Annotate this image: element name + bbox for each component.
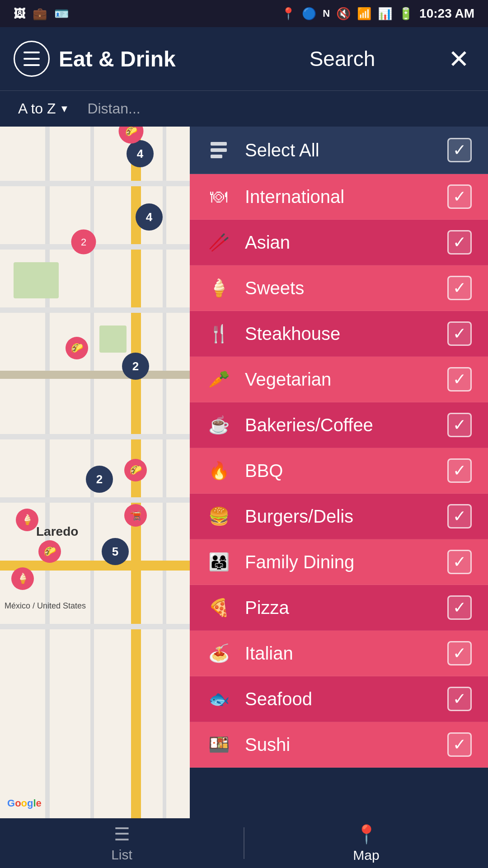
- cluster-pin[interactable]: 4: [136, 203, 163, 231]
- battery-icon: 🔋: [399, 7, 413, 21]
- search-label: Search: [251, 47, 434, 71]
- category-label-sweets: Sweets: [245, 278, 434, 298]
- map-area[interactable]: 4 4 2 2 5 🌮 2 🌮 🌮 🍦 🍦 🌮 🫕 Laredo México …: [0, 127, 190, 818]
- status-time: 10:23 AM: [419, 6, 474, 21]
- category-checkbox-sweets[interactable]: ✓: [447, 276, 472, 300]
- category-row-vegetarian[interactable]: 🥕 Vegetarian ✓: [190, 357, 488, 402]
- image-icon: 🖼: [14, 7, 25, 21]
- svg-rect-0: [211, 142, 227, 146]
- category-row-italian[interactable]: 🍝 Italian ✓: [190, 631, 488, 676]
- road: [45, 127, 50, 818]
- category-row-sushi[interactable]: 🍱 Sushi ✓: [190, 722, 488, 768]
- select-all-row[interactable]: Select All ✓: [190, 127, 488, 174]
- category-checkbox-asian[interactable]: ✓: [447, 230, 472, 255]
- city-label: Laredo: [36, 524, 78, 539]
- bag-icon: 💼: [33, 7, 47, 21]
- bluetooth-icon: 🔵: [302, 7, 316, 21]
- road: [0, 181, 190, 186]
- location-icon: 📍: [281, 7, 296, 21]
- category-checkbox-international[interactable]: ✓: [447, 184, 472, 209]
- category-label-asian: Asian: [245, 232, 434, 253]
- road: [0, 497, 190, 503]
- restaurant-pin[interactable]: 🌮: [124, 459, 147, 481]
- category-checkbox-family-dining[interactable]: ✓: [447, 550, 472, 574]
- wifi-icon: 📶: [357, 7, 371, 21]
- category-row-asian[interactable]: 🥢 Asian ✓: [190, 220, 488, 265]
- restaurant-pin[interactable]: 2: [71, 230, 96, 255]
- sort-atoz[interactable]: A to Z ▼: [18, 100, 69, 117]
- select-all-icon: [206, 137, 231, 163]
- road: [0, 434, 190, 439]
- category-label-bakeries-coffee: Bakeries/Coffee: [245, 415, 434, 435]
- category-label-sushi: Sushi: [245, 735, 434, 755]
- menu-line: [23, 52, 40, 53]
- chevron-down-icon: ▼: [60, 103, 70, 115]
- park: [14, 262, 59, 298]
- category-label-italian: Italian: [245, 643, 434, 664]
- google-logo: Google: [7, 797, 42, 809]
- category-row-bbq[interactable]: 🔥 BBQ ✓: [190, 448, 488, 494]
- category-checkbox-seafood[interactable]: ✓: [447, 687, 472, 711]
- map-icon: 📍: [355, 824, 378, 845]
- road: [163, 127, 166, 818]
- category-icon-bbq: 🔥: [206, 458, 231, 483]
- category-icon-pizza: 🍕: [206, 595, 231, 620]
- category-row-sweets[interactable]: 🍦 Sweets ✓: [190, 265, 488, 311]
- restaurant-pin[interactable]: 🌮: [38, 540, 61, 563]
- category-checkbox-pizza[interactable]: ✓: [447, 595, 472, 620]
- category-label-vegetarian: Vegetarian: [245, 369, 434, 390]
- category-icon-international: 🍽: [206, 184, 231, 209]
- category-icon-sweets: 🍦: [206, 275, 231, 301]
- category-icon-family-dining: 👨‍👩‍👧: [206, 549, 231, 575]
- map-tab-label: Map: [353, 848, 379, 863]
- category-row-steakhouse[interactable]: 🍴 Steakhouse ✓: [190, 311, 488, 357]
- restaurant-pin[interactable]: 🍦: [11, 567, 34, 590]
- category-icon-vegetarian: 🥕: [206, 367, 231, 392]
- cluster-pin[interactable]: 5: [102, 538, 129, 565]
- category-icon-sushi: 🍱: [206, 732, 231, 757]
- menu-line: [23, 64, 40, 66]
- category-checkbox-burgers-delis[interactable]: ✓: [447, 504, 472, 528]
- map-tab[interactable]: 📍 Map: [244, 818, 488, 868]
- road: [0, 307, 190, 313]
- svg-rect-2: [211, 155, 222, 158]
- select-all-checkbox[interactable]: ✓: [447, 138, 472, 162]
- restaurant-pin[interactable]: 🫕: [124, 504, 147, 527]
- nfc-icon: N: [323, 8, 330, 19]
- category-checkbox-italian[interactable]: ✓: [447, 641, 472, 665]
- category-row-international[interactable]: 🍽 International ✓: [190, 174, 488, 220]
- list-tab[interactable]: ☰ List: [0, 818, 244, 868]
- main-content: 4 4 2 2 5 🌮 2 🌮 🌮 🍦 🍦 🌮 🫕 Laredo México …: [0, 127, 488, 818]
- category-row-seafood[interactable]: 🐟 Seafood ✓: [190, 676, 488, 722]
- category-checkbox-sushi[interactable]: ✓: [447, 732, 472, 757]
- menu-line: [23, 58, 40, 60]
- list-icon: ☰: [114, 824, 130, 844]
- road: [0, 371, 190, 379]
- restaurant-pin[interactable]: 🍦: [16, 509, 38, 531]
- category-checkbox-steakhouse[interactable]: ✓: [447, 321, 472, 346]
- category-row-pizza[interactable]: 🍕 Pizza ✓: [190, 585, 488, 631]
- cluster-pin[interactable]: 2: [86, 466, 113, 493]
- mute-icon: 🔇: [336, 7, 351, 21]
- category-label-international: International: [245, 187, 434, 207]
- categories-list: 🍽 International ✓ 🥢 Asian ✓ 🍦 Sweets ✓ 🍴…: [190, 174, 488, 768]
- header: Eat & Drink Search ✕: [0, 27, 488, 90]
- cluster-pin[interactable]: 4: [127, 140, 154, 167]
- country-label: México / United States: [5, 601, 86, 611]
- category-checkbox-vegetarian[interactable]: ✓: [447, 367, 472, 392]
- cluster-pin[interactable]: 2: [122, 353, 149, 380]
- category-label-burgers-delis: Burgers/Delis: [245, 506, 434, 527]
- category-row-family-dining[interactable]: 👨‍👩‍👧 Family Dining ✓: [190, 539, 488, 585]
- restaurant-pin[interactable]: 🌮: [66, 337, 88, 359]
- category-row-burgers-delis[interactable]: 🍔 Burgers/Delis ✓: [190, 494, 488, 539]
- menu-button[interactable]: [14, 41, 50, 77]
- sort-bar: A to Z ▼ Distan...: [0, 90, 488, 127]
- close-button[interactable]: ✕: [443, 44, 474, 74]
- category-icon-burgers-delis: 🍔: [206, 504, 231, 529]
- select-all-label: Select All: [245, 140, 434, 160]
- sort-distance[interactable]: Distan...: [87, 100, 140, 117]
- category-row-bakeries-coffee[interactable]: ☕ Bakeries/Coffee ✓: [190, 402, 488, 448]
- category-checkbox-bbq[interactable]: ✓: [447, 458, 472, 483]
- category-checkbox-bakeries-coffee[interactable]: ✓: [447, 413, 472, 437]
- app-title: Eat & Drink: [59, 47, 242, 71]
